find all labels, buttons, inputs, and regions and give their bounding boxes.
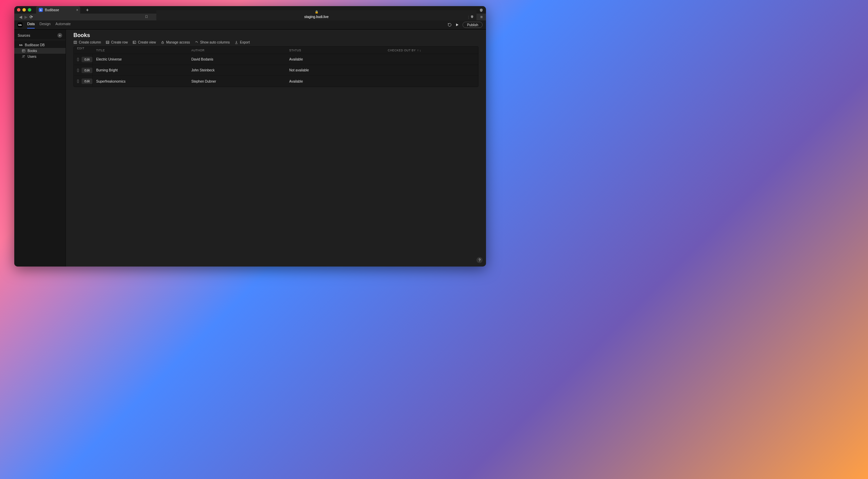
create-row-button[interactable]: Create row (106, 40, 128, 44)
svg-point-1 (23, 55, 24, 56)
publish-button[interactable]: Publish (463, 22, 483, 28)
edit-row-button[interactable]: Edit (82, 68, 92, 73)
col-status[interactable]: Status (289, 49, 388, 52)
sort-up-icon: ↑ (417, 49, 419, 52)
bookmark-icon[interactable] (143, 15, 150, 19)
users-icon (22, 55, 25, 58)
reload-button[interactable]: ⟳ (29, 15, 34, 19)
bb-logo-icon: bb (19, 43, 23, 47)
export-button[interactable]: Export (235, 40, 250, 44)
cell-author: Stephen Dubner (191, 80, 289, 83)
nav-data[interactable]: Data (27, 22, 35, 28)
col-title[interactable]: Title (93, 49, 191, 52)
browser-tab[interactable]: b Budibase × (36, 6, 80, 14)
edit-row-button[interactable]: Edit (82, 79, 92, 84)
page-title: Books (66, 30, 486, 40)
maximize-window-icon[interactable] (28, 8, 31, 12)
traffic-lights (17, 8, 31, 12)
shield-extension-icon[interactable] (479, 7, 483, 12)
svg-rect-6 (162, 42, 164, 44)
nav-automate[interactable]: Automate (55, 22, 71, 28)
source-label: Budibase DB (25, 43, 45, 47)
app-logo-icon[interactable]: bb (18, 22, 22, 27)
create-view-button[interactable]: Create view (133, 40, 156, 44)
url-bar: ◀ ▶ ⟳ 🔒 staging.budi.live/builder/app/ap… (14, 14, 486, 20)
undo-icon[interactable] (448, 23, 452, 27)
cell-author: John Steinbeck (191, 68, 289, 72)
cell-status: Available (289, 80, 388, 83)
browser-window: b Budibase × + ◀ ▶ ⟳ 🔒 staging.budi.live… (14, 6, 486, 267)
cell-status: Available (289, 57, 388, 61)
table-label: Users (28, 55, 36, 58)
row-checkbox[interactable] (77, 58, 79, 61)
cell-author: David Bodanis (191, 57, 289, 61)
app-header: bb Data Design Automate Publish (14, 20, 486, 30)
cell-title: Electric Universe (93, 57, 191, 61)
add-source-button[interactable]: + (57, 33, 62, 38)
table-item-books[interactable]: Books (14, 48, 66, 54)
table-row[interactable]: Edit Superfreakonomics Stephen Dubner Av… (74, 76, 478, 87)
cell-title: Burning Bright (93, 68, 191, 72)
table-row[interactable]: Edit Burning Bright John Steinbeck Not a… (74, 65, 478, 76)
row-checkbox[interactable] (77, 69, 79, 72)
show-auto-columns-button[interactable]: Show auto columns (195, 40, 230, 44)
source-item[interactable]: bb Budibase DB (14, 42, 66, 48)
table-header: Edit Title Author Status Checked out by … (74, 47, 478, 54)
svg-rect-0 (22, 50, 25, 52)
favicon-icon: b (39, 8, 43, 12)
tab-title: Budibase (45, 8, 59, 12)
data-table: Edit Title Author Status Checked out by … (73, 46, 479, 87)
minimize-window-icon[interactable] (22, 8, 26, 12)
sidebar: Sources + bb Budibase DB Books (14, 30, 66, 267)
browser-menu-button[interactable]: ≡ (480, 15, 483, 19)
manage-access-button[interactable]: Manage access (161, 40, 190, 44)
close-tab-icon[interactable]: × (76, 8, 78, 12)
table-row[interactable]: Edit Electric Universe David Bodanis Ava… (74, 54, 478, 65)
svg-point-2 (24, 55, 25, 56)
url-host: staging.budi.live (304, 15, 329, 19)
col-author[interactable]: Author (191, 49, 289, 52)
sidebar-header: Sources + (14, 32, 66, 40)
sort-down-icon: ↓ (419, 49, 421, 52)
table-item-users[interactable]: Users (14, 54, 66, 59)
cell-status: Not available (289, 68, 388, 72)
app-nav: Data Design Automate (27, 22, 71, 28)
col-checked-out-by[interactable]: Checked out by ↑ ↓ (388, 49, 439, 52)
help-button[interactable]: ? (476, 257, 483, 263)
create-column-button[interactable]: Create column (73, 40, 101, 44)
forward-button[interactable]: ▶ (23, 15, 29, 19)
svg-rect-3 (74, 41, 76, 44)
toolbar: Create column Create row Create view Man… (66, 40, 486, 46)
address-field[interactable]: 🔒 staging.budi.live/builder/app/app_dev_… (156, 14, 476, 20)
new-tab-button[interactable]: + (84, 7, 90, 13)
table-label: Books (28, 49, 37, 53)
row-checkbox[interactable] (77, 80, 79, 83)
sidebar-title: Sources (18, 34, 30, 37)
back-button[interactable]: ◀ (18, 15, 23, 19)
col-edit[interactable]: Edit (74, 47, 93, 54)
play-icon[interactable] (455, 23, 459, 27)
lock-icon: 🔒 (315, 10, 318, 14)
nav-design[interactable]: Design (39, 22, 51, 28)
cell-title: Superfreakonomics (93, 80, 191, 83)
svg-rect-4 (106, 41, 109, 44)
edit-row-button[interactable]: Edit (82, 57, 92, 62)
table-icon (22, 49, 25, 53)
close-window-icon[interactable] (17, 8, 20, 12)
content: Books Create column Create row Create vi… (66, 30, 486, 267)
shield-icon[interactable] (470, 15, 474, 19)
